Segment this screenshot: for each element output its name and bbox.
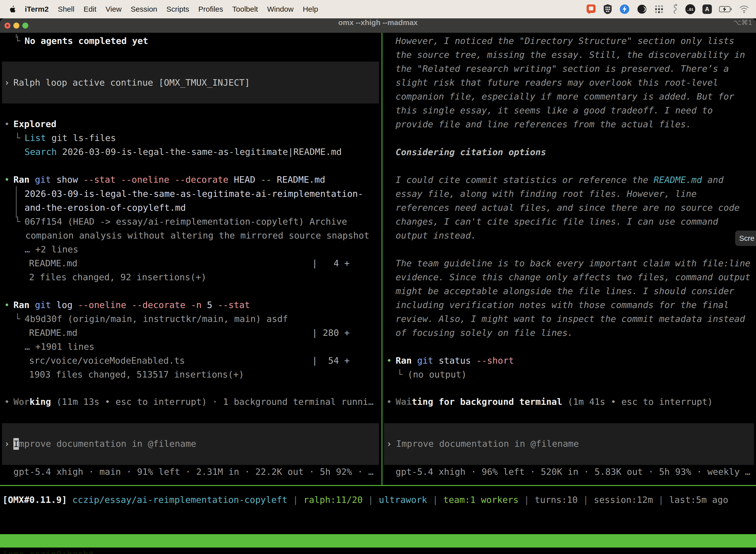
battery-icon[interactable] (719, 6, 732, 12)
text-segment: references need actual files, and since … (396, 203, 740, 213)
menu-bar: iTerm2ShellEditViewSessionScriptsProfile… (0, 0, 756, 18)
right-terminal-pane[interactable]: However, I noticed the "Directory Struct… (382, 33, 756, 485)
model-status-row: gpt-5.4 xhigh · 96% left · 520K in · 5.8… (382, 465, 756, 479)
text-segment: --stat --oneline --decorate (83, 174, 229, 185)
menu-item-profiles[interactable]: Profiles (198, 5, 223, 13)
omx-status-segment: | (288, 495, 304, 505)
waiting-status-row: •Waiting for background terminal (1m 41s… (382, 395, 756, 409)
text-segment: No agents completed yet (24, 36, 148, 46)
text-segment: › (4, 76, 10, 90)
text-segment: the "Related research writing" section i… (396, 63, 729, 74)
text-segment: might be acceptable alongside the file l… (396, 286, 734, 296)
text-segment: Ralph loop active continue [OMX_TMUX_INJ… (13, 77, 250, 88)
text-segment: status (433, 355, 476, 366)
menu-item-iterm2[interactable]: iTerm2 (25, 5, 49, 13)
omx-status-segment: team:1 workers (443, 495, 518, 505)
text-segment: --stat (218, 300, 250, 310)
menu-item-help[interactable]: Help (303, 5, 318, 13)
screen-notification-overlay[interactable]: Scre (735, 231, 756, 246)
text-segment: • (4, 173, 10, 187)
text-segment: git (412, 355, 433, 366)
agents-status-row: └No agents completed yet (0, 34, 381, 48)
prompt-input-row[interactable]: ›Improve documentation in @filename (382, 437, 756, 451)
text-segment: -- (261, 174, 271, 185)
omx-status-bar: [OMX#0.11.9] cczip/essay/ai-reimplementa… (2, 493, 728, 507)
text-segment: git (29, 300, 51, 310)
screen-notification-label: Scre (739, 234, 755, 242)
keyboard-layout-label: A (705, 6, 709, 13)
text-segment: README.md (29, 258, 77, 268)
reasoning-line-10: references need actual files, and since … (382, 201, 756, 215)
text-segment: › (386, 437, 392, 451)
text-segment: essay file, along with finding root file… (396, 189, 697, 199)
model-status-row: gpt-5.4 xhigh · main · 91% left · 2.31M … (0, 465, 381, 479)
menu-item-window[interactable]: Window (267, 5, 294, 13)
shield-grid-icon[interactable] (603, 4, 612, 14)
percent-badge-icon[interactable]: ..61 (685, 4, 695, 14)
menu-item-scripts[interactable]: Scripts (167, 5, 189, 13)
text-segment: • (4, 395, 10, 409)
text-segment: 2026-03-09-is-legal-the-same-as-legitima… (24, 189, 363, 199)
text-segment: and-the-erosion-of-copyleft.md (24, 203, 186, 213)
git-show-command-row: •Ran git show --stat --oneline --decorat… (0, 173, 381, 187)
omx-status-segment: [OMX#0.11.9] (2, 495, 67, 505)
menu-item-edit[interactable]: Edit (83, 5, 97, 13)
chat-bubble-icon[interactable] (586, 4, 596, 14)
omx-status-segment: cczip/essay/ai-reimplementation-copyleft (72, 495, 288, 505)
reasoning-line-16: including verification notes with those … (382, 298, 756, 312)
text-segment: Wai (396, 397, 412, 407)
text-segment: changes, I can't cite specific file line… (396, 216, 718, 227)
squiggle-icon[interactable] (671, 4, 678, 15)
text-segment: └ (15, 131, 20, 145)
commit-message-row-2: companion analysis without altering the … (0, 229, 381, 242)
ralph-loop-row: ›Ralph loop active continue [OMX_TMUX_IN… (0, 76, 381, 90)
left-terminal-pane[interactable]: └No agents completed yet›Ralph loop acti… (0, 33, 381, 485)
status-divider-line (0, 485, 756, 486)
menu-item-toolbelt[interactable]: Toolbelt (233, 5, 258, 13)
omx-status-segment: ultrawork (379, 495, 427, 505)
text-segment: The team guideline is to back every impo… (396, 258, 750, 268)
dots-grid-icon[interactable] (654, 4, 664, 14)
text-segment: slight risk that future readers may over… (396, 77, 718, 88)
working-status-row: •Working (11m 13s • esc to interrupt) · … (0, 395, 381, 409)
reasoning-line-6: this single essay, it seems like a good … (382, 104, 756, 117)
stat-summary-row-2: 1903 files changed, 513517 insertions(+) (0, 368, 381, 382)
explored-list-row: └List git ls-files (0, 131, 381, 145)
stat-readme-row-2: README.md| 280 + (0, 326, 381, 340)
percent-badge-label: ..61 (687, 7, 693, 11)
text-segment: mprove documentation in @filename (19, 437, 196, 451)
text-segment: output instead. (396, 230, 476, 240)
text-segment: (1m 41s • esc to interrupt) (562, 397, 713, 407)
text-segment: However, I noticed the "Directory Struct… (396, 36, 734, 46)
reasoning-line-8: I could cite commit statistics or refere… (382, 173, 756, 187)
menu-item-session[interactable]: Session (131, 5, 157, 13)
text-segment: List (24, 133, 46, 143)
text-segment: └ (15, 215, 20, 229)
text-segment: Ran (396, 355, 412, 366)
text-segment: README.md (653, 175, 702, 185)
text-segment: (11m 13s • esc to interrupt) · 1 backgro… (51, 397, 374, 407)
menu-item-view[interactable]: View (106, 5, 122, 13)
omx-status-segment: | (427, 495, 443, 505)
text-segment: └ (15, 34, 20, 48)
text-segment: HEAD (229, 174, 261, 185)
text-segment: | 54 + (312, 354, 350, 368)
crescent-circle-icon[interactable] (637, 4, 647, 14)
keyboard-layout-icon[interactable]: A (702, 4, 712, 14)
text-segment: --oneline --decorate -n (78, 300, 202, 310)
lightning-badge-icon[interactable] (619, 4, 630, 14)
prompt-input-row[interactable]: ›Improve documentation in @filename (0, 437, 381, 451)
apple-logo-icon[interactable] (9, 5, 16, 13)
tmux-session-label: [omx-cczip0:bash* (2, 548, 94, 554)
text-cursor: I (13, 438, 19, 450)
stat-readme-row-1: README.md| 4 + (0, 257, 381, 270)
menu-item-shell[interactable]: Shell (58, 5, 74, 13)
text-segment: └ (15, 312, 20, 326)
text-segment: show (51, 174, 83, 185)
reasoning-line-4: slight risk that future readers may over… (382, 76, 756, 90)
text-segment: (no output) (407, 369, 466, 380)
commit-message-row-1: └067f154 (HEAD -> essay/ai-reimplementat… (0, 215, 381, 229)
text-segment: 2026-03-09-is-legal-the-same-as-legitima… (57, 147, 342, 157)
omx-status-segment: | (363, 495, 379, 505)
wifi-icon[interactable] (739, 5, 749, 13)
